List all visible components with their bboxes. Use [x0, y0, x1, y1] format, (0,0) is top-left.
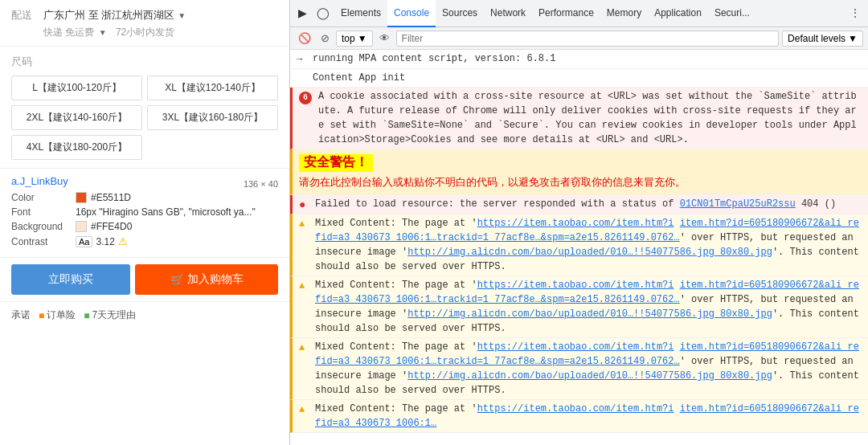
context-selector[interactable]: top ▼ [336, 31, 373, 47]
delivery-time: 72小时内发货 [116, 27, 174, 38]
tab-network[interactable]: Network [484, 0, 532, 27]
shipping-type: 快递 免运费 [43, 27, 94, 38]
tab-application-label: Application [654, 7, 702, 18]
delivery-dropdown-icon[interactable]: ▼ [178, 11, 186, 20]
error-dot-4: ● [299, 198, 312, 212]
mixed-content-img-5[interactable]: http://img.alicdn.com/bao/uploaded/010…!… [407, 247, 772, 258]
filter-input[interactable] [396, 31, 779, 47]
buy-now-button[interactable]: 立即购买 [11, 264, 130, 295]
level-selector[interactable]: Default levels ▼ [782, 31, 863, 47]
a11y-color-value: #E5511D [91, 192, 131, 203]
cart-label: 加入购物车 [187, 272, 244, 287]
left-panel: 配送 广东广州 至 浙江杭州西湖区 ▼ 快递 免运费 ▼ 72小时内发货 尺码 … [0, 0, 289, 445]
a11y-contrast-label: Contrast [11, 236, 76, 247]
devtools-icon-mobile[interactable]: ◯ [312, 0, 334, 27]
a11y-bg-value: #FFE4D0 [91, 221, 132, 232]
a11y-contrast-value: 3.12 [96, 236, 114, 247]
context-value: top [342, 33, 355, 44]
tab-application[interactable]: Application [648, 0, 708, 27]
devtools-panel: ▶ ◯ Elements Console Sources Network Per… [289, 0, 868, 445]
console-line-2: 6 A cookie associated with a cross-site … [290, 88, 868, 149]
console-text-6: Mixed Content: The page at 'https://item… [315, 278, 862, 336]
a11y-font-row: Font 16px "Hiragino Sans GB", "microsoft… [11, 206, 278, 218]
tab-console-label: Console [394, 7, 429, 18]
console-output[interactable]: → running MPA content script, version: 6… [290, 50, 868, 445]
console-text-2: A cookie associated with a cross-site re… [318, 89, 862, 147]
filter-icon-button[interactable]: ⊘ [317, 31, 333, 46]
tab-performance[interactable]: Performance [532, 0, 600, 27]
context-dropdown-icon: ▼ [358, 33, 367, 44]
mixed-content-link-7a[interactable]: https://item.taobao.com/item.htm?i [477, 341, 674, 353]
a11y-font-value: 16px "Hiragino Sans GB", "microsoft ya..… [76, 206, 256, 218]
a11y-bg-row: Background #FFE4D0 [11, 221, 278, 232]
mixed-content-link-8a[interactable]: https://item.taobao.com/item.htm?i [477, 403, 674, 414]
contrast-warn-icon: ⚠ [118, 235, 128, 247]
bg-swatch [76, 221, 87, 232]
tab-elements-label: Elements [341, 7, 381, 18]
error-count-icon: 6 [299, 92, 312, 104]
console-text-5: Mixed Content: The page at 'https://item… [315, 216, 862, 274]
devtools-icon-inspect[interactable]: ▶ [293, 0, 312, 27]
level-value: Default levels [788, 33, 845, 44]
size-option-3[interactable]: 3XL【建议160-180斤】 [147, 105, 278, 130]
tab-elements[interactable]: Elements [334, 0, 387, 27]
console-line-0: → running MPA content script, version: 6… [290, 50, 868, 69]
mixed-content-img-7[interactable]: http://img.alicdn.com/bao/uploaded/010…!… [407, 370, 772, 382]
mixed-content-link-6a[interactable]: https://item.taobao.com/item.htm?i [477, 280, 674, 291]
tab-memory-label: Memory [607, 7, 641, 18]
tab-console[interactable]: Console [387, 0, 436, 27]
console-line-8: ▲ Mixed Content: The page at 'https://it… [290, 400, 868, 433]
promise-days: ■ 7天无理由 [84, 308, 136, 322]
a11y-contrast-row: Contrast Aa 3.12 ⚠ [11, 235, 278, 247]
console-text-4: Failed to load resource: the server resp… [315, 197, 862, 211]
level-dropdown-icon: ▼ [848, 33, 858, 44]
tab-sources[interactable]: Sources [436, 0, 484, 27]
devtools-toolbar: 🚫 ⊘ top ▼ 👁 Default levels ▼ [290, 27, 868, 50]
delivery-section: 配送 广东广州 至 浙江杭州西湖区 ▼ 快递 免运费 ▼ 72小时内发货 [0, 0, 289, 47]
aa-badge: Aa [76, 236, 92, 247]
tab-performance-label: Performance [538, 7, 594, 18]
a11y-bg-label: Background [11, 221, 76, 232]
delivery-from: 广东广州 至 浙江杭州西湖区 [43, 8, 174, 22]
a11y-element-link[interactable]: a.J_LinkBuy [11, 175, 68, 187]
color-swatch [76, 192, 87, 203]
console-line-1: Content App init [290, 69, 868, 88]
shipping-dropdown-icon[interactable]: ▼ [99, 28, 107, 37]
tab-security[interactable]: Securi... [708, 0, 756, 27]
promise-label: 承诺 [11, 308, 31, 322]
a11y-font-label: Font [11, 206, 76, 218]
devtools-tabs-bar: ▶ ◯ Elements Console Sources Network Per… [290, 0, 868, 27]
accessibility-panel: a.J_LinkBuy 136 × 40 Color #E5511D Font … [0, 169, 289, 258]
a11y-color-label: Color [11, 192, 76, 203]
order-insurance-icon: ■ [39, 310, 44, 321]
tab-security-label: Securi... [714, 7, 750, 18]
size-option-1[interactable]: XL【建议120-140斤】 [147, 76, 278, 100]
buy-buttons-row: 立即购买 🛒 加入购物车 [0, 258, 289, 302]
cart-icon: 🛒 [170, 273, 184, 286]
size-option-4[interactable]: 4XL【建议180-200斤】 [11, 135, 142, 160]
devtools-more-icon[interactable]: ⋮ [845, 0, 865, 27]
arrow-indicator-0: → [297, 52, 309, 67]
seven-days-icon: ■ [84, 310, 89, 321]
clear-console-button[interactable]: 🚫 [295, 31, 314, 46]
mixed-content-img-6[interactable]: http://img.alicdn.com/bao/uploaded/010…!… [407, 308, 772, 320]
console-line-7: ▲ Mixed Content: The page at 'https://it… [290, 338, 868, 400]
size-label: 尺码 [11, 55, 278, 69]
more-tools-icon: ⋮ [850, 7, 860, 18]
a11y-contrast-badge: Aa 3.12 ⚠ [76, 235, 128, 247]
error-badge-2: 6 [299, 90, 315, 104]
size-grid: L【建议100-120斤】 XL【建议120-140斤】 2XL【建议140-1… [11, 76, 278, 160]
console-security-warning: 安全警告！ 请勿在此控制台输入或粘贴你不明白的代码，以避免攻击者窃取你的信息来冒… [290, 149, 868, 195]
inspect-icon: ▶ [298, 6, 307, 19]
mixed-content-link-5a[interactable]: https://item.taobao.com/item.htm?i [477, 218, 674, 229]
tab-memory[interactable]: Memory [600, 0, 648, 27]
warn-icon-7: ▲ [299, 341, 312, 355]
eye-icon-button[interactable]: 👁 [376, 31, 393, 46]
order-insurance-text: 订单险 [47, 308, 76, 322]
tab-sources-label: Sources [442, 7, 477, 18]
seven-days-text: 7天无理由 [92, 308, 137, 322]
failed-resource-link[interactable]: 01CN01TmCpaU25uR2ssu [680, 198, 796, 210]
size-option-0[interactable]: L【建议100-120斤】 [11, 76, 142, 100]
size-option-2[interactable]: 2XL【建议140-160斤】 [11, 105, 142, 130]
add-to-cart-button[interactable]: 🛒 加入购物车 [135, 264, 278, 295]
